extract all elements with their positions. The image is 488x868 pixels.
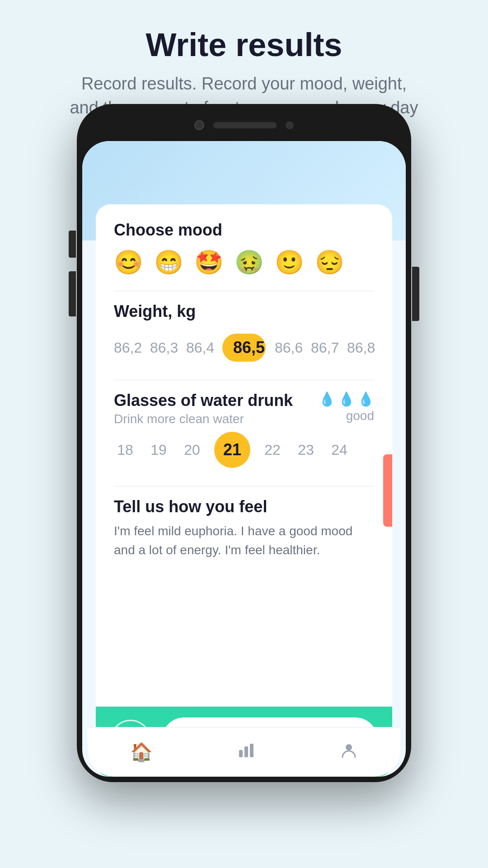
weight-title: Weight, kg	[114, 302, 374, 321]
emoji-row: 😊 😁 🤩 🤢 🙂 😔	[114, 249, 374, 276]
volume-down-button	[69, 271, 76, 316]
glass-val-1[interactable]: 18	[114, 442, 136, 458]
svg-point-3	[346, 744, 352, 750]
weight-val-7[interactable]: 86,8	[347, 340, 374, 356]
power-button	[412, 267, 419, 321]
svg-rect-1	[244, 746, 248, 757]
glass-val-7[interactable]: 24	[328, 442, 351, 458]
phone-buttons-left	[69, 231, 76, 316]
weight-val-5[interactable]: 86,6	[275, 340, 302, 356]
weight-val-6[interactable]: 86,7	[311, 340, 338, 356]
glasses-scroll[interactable]: 18 19 20 21 22 23 24	[114, 428, 374, 472]
nav-item-home[interactable]: 🏠	[130, 741, 153, 763]
weight-val-selected[interactable]: 86,5	[222, 334, 266, 362]
divider-3	[114, 486, 374, 486]
emoji-grinning[interactable]: 😁	[154, 249, 183, 276]
water-status: 💧 💧 💧 good	[319, 391, 374, 423]
person-icon	[340, 741, 358, 763]
nav-item-chart[interactable]	[237, 741, 255, 763]
nav-item-profile[interactable]	[340, 741, 358, 763]
weight-val-1[interactable]: 86,2	[114, 340, 141, 356]
drop-3: 💧	[357, 391, 374, 407]
phone-screen: Choose mood 😊 😁 🤩 🤢 🙂 😔 We	[82, 141, 406, 777]
glass-val-6[interactable]: 23	[295, 442, 317, 458]
chart-icon	[237, 741, 255, 763]
svg-rect-0	[239, 750, 243, 757]
sensor	[286, 121, 294, 129]
water-info: Glasses of water drunk Drink more clean …	[114, 391, 319, 426]
volume-up-button	[69, 231, 76, 258]
drop-2: 💧	[338, 391, 355, 407]
phone-top-bar	[82, 109, 406, 141]
weight-section: Weight, kg 86,2 86,3 86,4 86,5 86,6 86,7…	[114, 302, 374, 365]
water-title: Glasses of water drunk	[114, 391, 319, 410]
divider-1	[114, 291, 374, 291]
glass-val-3[interactable]: 20	[181, 442, 203, 458]
water-header: Glasses of water drunk Drink more clean …	[114, 391, 374, 426]
emoji-starstruck[interactable]: 🤩	[194, 249, 224, 276]
weight-val-3[interactable]: 86,4	[186, 340, 213, 356]
speaker	[213, 122, 277, 128]
water-subtitle: Drink more clean water	[114, 412, 319, 426]
divider-2	[114, 380, 374, 380]
weight-val-2[interactable]: 86,3	[150, 340, 177, 356]
phone-buttons-right	[412, 267, 419, 321]
emoji-happy[interactable]: 😊	[114, 249, 143, 276]
weight-scroll[interactable]: 86,2 86,3 86,4 86,5 86,6 86,7 86,8	[114, 330, 374, 365]
emoji-neutral[interactable]: 🙂	[275, 249, 304, 276]
front-camera	[194, 120, 204, 130]
mood-title: Choose mood	[114, 221, 374, 240]
water-section: Glasses of water drunk Drink more clean …	[114, 391, 374, 472]
mood-section: Choose mood 😊 😁 🤩 🤢 🙂 😔	[114, 221, 374, 276]
main-card: Choose mood 😊 😁 🤩 🤢 🙂 😔 We	[96, 204, 392, 777]
glass-val-selected[interactable]: 21	[214, 432, 250, 468]
phone-frame: Choose mood 😊 😁 🤩 🤢 🙂 😔 We	[77, 104, 411, 782]
feel-title: Tell us how you feel	[114, 497, 374, 516]
good-badge: good	[346, 409, 374, 423]
emoji-sad[interactable]: 😔	[315, 249, 344, 276]
glass-val-2[interactable]: 19	[147, 442, 170, 458]
svg-rect-2	[250, 744, 253, 757]
page-title: Write results	[36, 27, 452, 63]
home-icon: 🏠	[130, 741, 153, 763]
bottom-nav: 🏠	[88, 727, 400, 777]
water-drops: 💧 💧 💧	[319, 391, 374, 407]
drop-1: 💧	[319, 391, 335, 407]
feel-text: I'm feel mild euphoria. I have a good mo…	[114, 522, 374, 560]
orange-tab	[383, 454, 392, 527]
feel-section: Tell us how you feel I'm feel mild eupho…	[114, 497, 374, 560]
card-content: Choose mood 😊 😁 🤩 🤢 🙂 😔 We	[96, 204, 392, 707]
emoji-sick[interactable]: 🤢	[235, 249, 264, 276]
glass-val-5[interactable]: 22	[261, 442, 284, 458]
page-background: Write results Record results. Record you…	[0, 0, 488, 138]
